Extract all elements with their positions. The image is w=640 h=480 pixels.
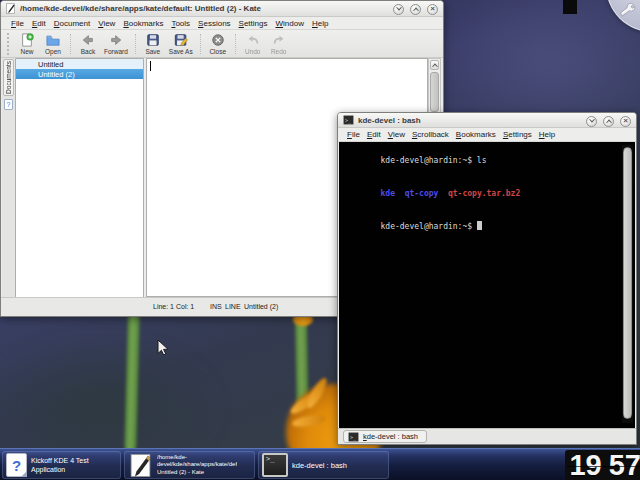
undo-arrow-icon — [246, 33, 260, 47]
konsole-tabbar: >_ kde-devel : bash — [338, 428, 636, 444]
redo-arrow-icon — [272, 33, 286, 47]
minimize-button[interactable] — [393, 4, 404, 15]
kate-titlebar[interactable]: /home/kde-devel/kde/share/apps/kate/defa… — [1, 1, 443, 17]
toolbar-separator — [200, 34, 201, 54]
chevron-up-icon — [432, 64, 438, 70]
close-icon: × — [623, 117, 628, 125]
scrollbar-up-button[interactable] — [430, 60, 439, 70]
open-button[interactable]: Open — [40, 31, 66, 57]
kate-icon — [128, 453, 153, 478]
save-button[interactable]: Save — [140, 31, 166, 57]
kate-window-title: /home/kde-devel/kde/share/apps/kate/defa… — [20, 4, 261, 13]
flip-clock-seam — [567, 466, 640, 467]
close-icon: × — [430, 5, 435, 13]
menu-sessions[interactable]: Sessions — [198, 19, 230, 28]
clock-minutes: 57 — [609, 450, 640, 480]
menu-file[interactable]: File — [347, 130, 360, 139]
menu-view[interactable]: View — [388, 130, 405, 139]
terminal-line: kde qt-copy qt-copy.tar.bz2 — [342, 177, 635, 210]
document-list-item-selected[interactable]: Untitled (2) — [16, 69, 143, 79]
status-document-name: Untitled (2) — [244, 303, 278, 310]
forward-button[interactable]: Forward — [101, 31, 131, 57]
close-button[interactable]: × — [427, 4, 438, 15]
close-circle-icon — [211, 33, 225, 47]
konsole-app-icon: >_ — [343, 115, 354, 125]
kate-toolbar: New Open Back Forward — [1, 30, 443, 58]
new-document-icon — [20, 33, 34, 47]
chevron-down-icon — [396, 5, 402, 11]
menu-edit[interactable]: Edit — [367, 130, 381, 139]
kate-app-icon — [5, 3, 16, 14]
menu-settings[interactable]: Settings — [503, 130, 532, 139]
chevron-up-icon — [413, 8, 419, 14]
menu-window[interactable]: Window — [276, 19, 304, 28]
konsole-window: >_ kde-devel : bash × File Edit View Scr… — [337, 112, 637, 445]
kate-menubar: File Edit Document View Bookmarks Tools … — [1, 17, 443, 30]
sidebar-tab-help-icon[interactable]: ? — [4, 99, 13, 110]
close-button[interactable]: × — [620, 116, 631, 127]
close-doc-button[interactable]: Close — [205, 31, 231, 57]
maximize-button[interactable] — [603, 116, 614, 127]
taskbar-panel: ? Kickoff KDE 4 Test Application /home/k… — [0, 448, 640, 480]
save-as-floppy-icon — [174, 33, 188, 47]
menu-bookmarks[interactable]: Bookmarks — [123, 19, 163, 28]
kickoff-question-icon: ? — [6, 453, 27, 477]
wrench-icon — [617, 0, 638, 21]
new-button[interactable]: New — [14, 31, 40, 57]
menu-view[interactable]: View — [98, 19, 115, 28]
taskbar-item-kate[interactable]: /home/kde- devel/kde/share/apps/kate/def… — [124, 451, 255, 479]
chevron-down-icon — [589, 117, 595, 123]
terminal-prompt-line: kde-devel@hardin:~$ — [342, 210, 635, 243]
status-insert-mode: INS — [210, 303, 222, 310]
status-line-mode: LINE — [225, 303, 241, 310]
maximize-button[interactable] — [410, 4, 421, 15]
text-caret — [150, 61, 151, 71]
minimize-button[interactable] — [586, 116, 597, 127]
konsole-window-title: kde-devel : bash — [358, 116, 421, 125]
toolbar-separator — [235, 34, 236, 54]
document-list-item[interactable]: Untitled — [16, 59, 143, 69]
menu-file[interactable]: File — [11, 19, 24, 28]
open-folder-icon — [46, 33, 60, 47]
toolbar-separator — [70, 34, 71, 54]
scrollbar-thumb[interactable] — [623, 147, 632, 419]
konsole-titlebar[interactable]: >_ kde-devel : bash × — [338, 113, 636, 128]
taskbar-item-konsole[interactable]: >_ kde-devel : bash — [258, 451, 389, 479]
chevron-up-icon — [606, 120, 612, 126]
menu-help[interactable]: Help — [312, 19, 328, 28]
save-as-button[interactable]: Save As — [166, 31, 196, 57]
status-cursor-position: Line: 1 Col: 1 — [153, 303, 194, 310]
menu-document[interactable]: Document — [54, 19, 90, 28]
mouse-cursor — [157, 339, 169, 357]
back-button[interactable]: Back — [75, 31, 101, 57]
screen-artifact — [563, 0, 577, 14]
forward-arrow-icon — [109, 33, 123, 47]
back-arrow-icon — [81, 33, 95, 47]
menu-tools[interactable]: Tools — [171, 19, 190, 28]
redo-button[interactable]: Redo — [266, 31, 292, 57]
menu-help[interactable]: Help — [539, 130, 555, 139]
taskbar-item-kickoff[interactable]: ? Kickoff KDE 4 Test Application — [2, 451, 121, 479]
sidebar-tab-documents[interactable]: Documents — [3, 59, 14, 96]
menu-scrollback[interactable]: Scrollback — [412, 130, 449, 139]
terminal-line: kde-devel@hardin:~$ ls — [342, 144, 635, 177]
konsole-icon: >_ — [262, 453, 288, 477]
desktop-screen: /home/kde-devel/kde/share/apps/kate/defa… — [0, 0, 640, 480]
menu-edit[interactable]: Edit — [32, 19, 46, 28]
toolbar-handle[interactable] — [7, 33, 11, 55]
terminal-scrollbar[interactable] — [622, 145, 633, 423]
terminal-cursor — [477, 221, 482, 230]
undo-button[interactable]: Undo — [240, 31, 266, 57]
page-fold — [21, 471, 27, 477]
konsole-session-tab[interactable]: >_ kde-devel : bash — [343, 430, 427, 443]
kate-document-list: Untitled Untitled (2) — [15, 58, 144, 314]
digital-clock[interactable]: 19 57 — [565, 450, 640, 480]
kate-sidebar-tabstrip: Documents ? — [2, 58, 15, 315]
menu-bookmarks[interactable]: Bookmarks — [456, 130, 496, 139]
clock-hours: 19 — [569, 450, 601, 480]
save-floppy-icon — [146, 33, 160, 47]
terminal-output[interactable]: kde-devel@hardin:~$ ls kde qt-copy qt-co… — [339, 142, 635, 429]
konsole-menubar: File Edit View Scrollback Bookmarks Sett… — [338, 128, 636, 142]
scrollbar-thumb[interactable] — [430, 72, 439, 112]
menu-settings[interactable]: Settings — [239, 19, 268, 28]
